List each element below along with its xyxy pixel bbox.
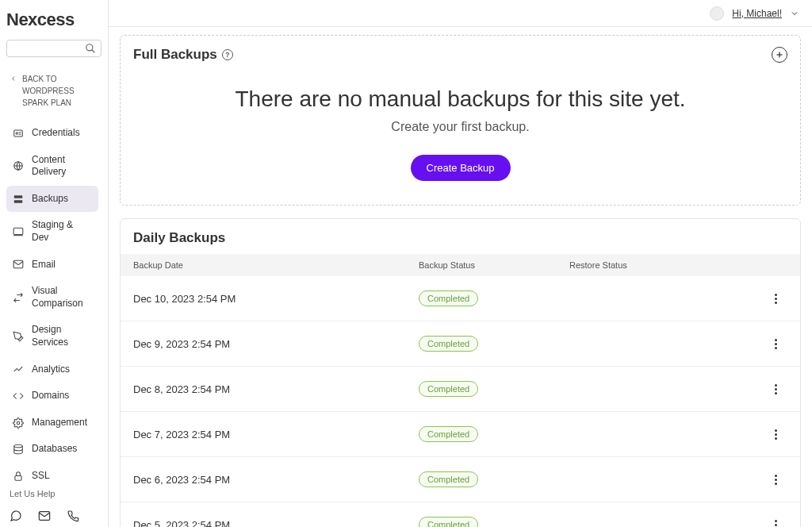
sidebar-item-label: Design Services bbox=[32, 324, 92, 348]
table-row: Dec 10, 2023 2:54 PMCompleted bbox=[121, 276, 800, 321]
sidebar-item-visual[interactable]: Visual Comparison bbox=[6, 278, 98, 317]
sidebar-item-label: Databases bbox=[32, 443, 77, 456]
more-actions-button[interactable] bbox=[764, 384, 787, 394]
chevron-down-icon[interactable] bbox=[790, 9, 799, 18]
databases-icon bbox=[13, 444, 24, 455]
sidebar-item-label: Domains bbox=[32, 390, 69, 402]
search-input[interactable] bbox=[6, 40, 102, 57]
col-restore-header: Restore Status bbox=[569, 260, 764, 270]
table-row: Dec 5, 2023 2:54 PMCompleted bbox=[121, 502, 800, 527]
col-status-header: Backup Status bbox=[419, 260, 569, 270]
sidebar-item-label: Management bbox=[32, 417, 87, 429]
sidebar-item-label: SSL bbox=[32, 470, 50, 481]
status-badge: Completed bbox=[419, 471, 478, 487]
backup-status: Completed bbox=[419, 517, 569, 527]
sidebar-nav: CredentialsContent DeliveryBackupsStagin… bbox=[0, 120, 105, 481]
col-date-header: Backup Date bbox=[133, 260, 419, 270]
backup-status: Completed bbox=[419, 381, 569, 397]
svg-point-0 bbox=[86, 44, 93, 51]
svg-point-12 bbox=[17, 421, 20, 425]
sidebar-item-label: Staging & Dev bbox=[32, 219, 92, 244]
backup-status: Completed bbox=[419, 471, 569, 487]
status-badge: Completed bbox=[419, 381, 478, 397]
sidebar-item-design[interactable]: Design Services bbox=[6, 317, 98, 356]
backup-date: Dec 6, 2023 2:54 PM bbox=[133, 474, 419, 486]
add-backup-button[interactable] bbox=[772, 47, 787, 63]
more-actions-button[interactable] bbox=[764, 429, 787, 440]
staging-icon bbox=[13, 226, 24, 237]
user-greeting[interactable]: Hi, Michael! bbox=[732, 8, 782, 19]
svg-rect-14 bbox=[15, 475, 21, 480]
back-link[interactable]: BACK TO WORDPRESS SPARK PLAN bbox=[0, 67, 105, 120]
avatar[interactable] bbox=[710, 6, 724, 21]
credentials-icon bbox=[13, 128, 24, 139]
sidebar-item-email[interactable]: Email bbox=[6, 252, 98, 279]
sidebar-item-label: Credentials bbox=[32, 127, 80, 140]
sidebar-item-ssl[interactable]: SSL bbox=[6, 463, 98, 481]
sidebar: Nexcess BACK TO WORDPRESS SPARK PLAN Cre… bbox=[0, 0, 109, 527]
table-row: Dec 9, 2023 2:54 PMCompleted bbox=[121, 321, 800, 367]
management-icon bbox=[13, 417, 24, 429]
svg-rect-9 bbox=[13, 228, 23, 234]
search-icon bbox=[85, 43, 96, 54]
sidebar-item-credentials[interactable]: Credentials bbox=[6, 120, 98, 147]
cdn-icon bbox=[13, 160, 24, 171]
backup-date: Dec 5, 2023 2:54 PM bbox=[133, 519, 419, 528]
daily-backups-card: Daily Backups Backup Date Backup Status … bbox=[120, 218, 801, 527]
chat-icon[interactable] bbox=[10, 510, 22, 522]
info-icon[interactable]: ? bbox=[222, 49, 233, 60]
analytics-icon bbox=[13, 364, 24, 375]
daily-backups-title: Daily Backups bbox=[121, 219, 800, 254]
status-badge: Completed bbox=[419, 290, 478, 306]
backup-date: Dec 10, 2023 2:54 PM bbox=[133, 293, 419, 305]
full-backups-card: Full Backups ? There are no manual backu… bbox=[120, 35, 801, 206]
svg-point-3 bbox=[16, 133, 17, 134]
sidebar-item-label: Visual Comparison bbox=[32, 285, 92, 310]
sidebar-item-label: Content Delivery bbox=[32, 154, 92, 179]
phone-icon[interactable] bbox=[67, 510, 79, 522]
status-badge: Completed bbox=[419, 336, 478, 352]
svg-rect-7 bbox=[14, 195, 23, 198]
sidebar-item-cdn[interactable]: Content Delivery bbox=[6, 147, 98, 186]
table-header: Backup Date Backup Status Restore Status bbox=[121, 254, 800, 276]
ssl-icon bbox=[13, 471, 24, 481]
sidebar-item-databases[interactable]: Databases bbox=[6, 436, 98, 463]
sidebar-item-label: Backups bbox=[32, 193, 68, 206]
create-backup-button[interactable]: Create Backup bbox=[411, 155, 511, 181]
backup-status: Completed bbox=[419, 290, 569, 306]
sidebar-item-label: Email bbox=[32, 259, 56, 271]
sidebar-item-management[interactable]: Management bbox=[6, 410, 98, 437]
table-row: Dec 6, 2023 2:54 PMCompleted bbox=[121, 457, 800, 502]
help-label: Let Us Help bbox=[0, 481, 108, 505]
more-actions-button[interactable] bbox=[764, 520, 787, 528]
sidebar-item-backups[interactable]: Backups bbox=[6, 186, 98, 213]
backup-date: Dec 9, 2023 2:54 PM bbox=[133, 338, 419, 350]
sidebar-item-domains[interactable]: Domains bbox=[6, 383, 98, 410]
empty-headline: There are no manual backups for this sit… bbox=[133, 87, 787, 112]
svg-rect-8 bbox=[14, 200, 23, 203]
topbar: Hi, Michael! bbox=[109, 0, 812, 27]
status-badge: Completed bbox=[419, 426, 478, 442]
brand-logo: Nexcess bbox=[0, 0, 108, 40]
table-row: Dec 8, 2023 2:54 PMCompleted bbox=[121, 367, 800, 412]
status-badge: Completed bbox=[419, 517, 478, 527]
backup-status: Completed bbox=[419, 336, 569, 352]
sidebar-item-analytics[interactable]: Analytics bbox=[6, 356, 98, 383]
visual-icon bbox=[13, 292, 24, 303]
main: Hi, Michael! Full Backups ? There are no bbox=[109, 0, 812, 527]
svg-line-1 bbox=[92, 50, 95, 53]
sidebar-item-staging[interactable]: Staging & Dev bbox=[6, 212, 98, 251]
backup-date: Dec 8, 2023 2:54 PM bbox=[133, 383, 419, 395]
mail-icon[interactable] bbox=[38, 510, 51, 522]
more-actions-button[interactable] bbox=[764, 339, 787, 349]
help-icons bbox=[0, 505, 108, 527]
more-actions-button[interactable] bbox=[764, 294, 787, 304]
backups-icon bbox=[13, 194, 24, 205]
svg-rect-2 bbox=[14, 130, 23, 137]
svg-point-13 bbox=[14, 444, 23, 448]
backup-date: Dec 7, 2023 2:54 PM bbox=[133, 429, 419, 440]
email-icon bbox=[13, 259, 24, 270]
table-row: Dec 7, 2023 2:54 PMCompleted bbox=[121, 412, 800, 457]
more-actions-button[interactable] bbox=[764, 475, 787, 485]
backup-status: Completed bbox=[419, 426, 569, 442]
